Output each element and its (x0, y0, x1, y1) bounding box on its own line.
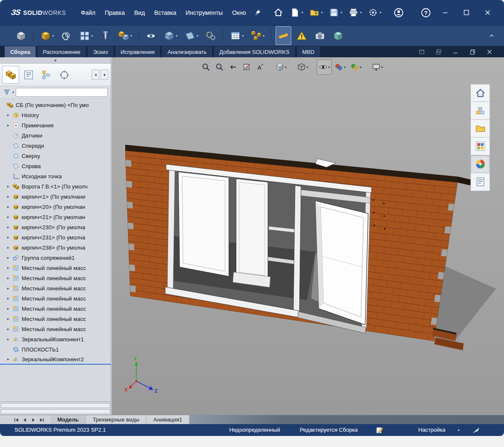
panel-tab-dimxpertmanager[interactable] (56, 66, 73, 84)
expand-caret-icon[interactable]: ▸ (7, 215, 12, 219)
new-document-button[interactable]: ▾ (290, 6, 303, 20)
tab-MBD[interactable]: MBD (296, 46, 321, 57)
expand-caret-icon[interactable]: ▸ (7, 184, 12, 188)
panel-splitter-grip[interactable] (0, 57, 111, 64)
mate-button[interactable] (59, 26, 74, 45)
window-pane-icon[interactable] (418, 48, 425, 55)
tree-item[interactable]: ▸Местный линейный масс (0, 304, 111, 314)
tree-item[interactable]: СБ (По умолчанию) <По умо (0, 100, 111, 110)
show-hidden-components-button[interactable] (143, 26, 159, 45)
move-component-button[interactable]: ▾ (116, 26, 134, 45)
measure-button[interactable] (276, 26, 291, 45)
view-palette-tab[interactable] (470, 138, 490, 155)
close-button[interactable] (477, 0, 498, 25)
edit-component-button[interactable] (13, 26, 29, 45)
menu-item-2[interactable]: Вид (130, 7, 149, 19)
tab-Добавления SOLIDWORKS[interactable]: Добавления SOLIDWORKS (214, 46, 296, 57)
user-button[interactable] (393, 6, 404, 20)
tree-item[interactable]: ▸кирпич<238> (По умолча (0, 242, 111, 253)
expand-caret-icon[interactable]: ▸ (7, 357, 12, 361)
window-cascade-icon[interactable] (435, 48, 442, 55)
zoom-to-fit-button[interactable] (200, 59, 212, 75)
menu-item-0[interactable]: Файл (76, 7, 100, 19)
section-view-button[interactable] (240, 59, 253, 75)
help-button[interactable]: ? (420, 6, 431, 20)
expand-caret-icon[interactable]: ▸ (7, 113, 12, 117)
dynamic-annotation-views-button[interactable]: A (254, 59, 267, 75)
pin-menu-button[interactable] (253, 7, 262, 18)
doc-close-icon[interactable] (486, 48, 493, 55)
tab-Сборка[interactable]: Сборка (4, 46, 36, 57)
pen-tool-icon[interactable] (472, 426, 481, 434)
menu-item-1[interactable]: Правка (100, 7, 130, 19)
custom-properties-tab[interactable] (470, 173, 490, 191)
maximize-button[interactable] (456, 0, 477, 25)
smart-fasteners-button[interactable] (98, 26, 113, 45)
next-tab-button[interactable] (31, 417, 36, 422)
hide-show-items-button[interactable]: ▾ (317, 59, 332, 75)
menu-item-3[interactable]: Вставка (149, 7, 181, 19)
tree-item[interactable]: ▸кирпич<20> (По умолчан (0, 202, 111, 212)
expand-caret-icon[interactable]: ▸ (7, 337, 12, 341)
linear-component-pattern-button[interactable]: ▾ (77, 26, 95, 45)
tree-item[interactable]: ПЛОСКОСТЬ1 (0, 344, 111, 354)
expand-caret-icon[interactable]: ▸ (7, 286, 12, 290)
expand-caret-icon[interactable]: ▸ (7, 205, 12, 209)
horizontal-scrollbar[interactable] (1, 409, 110, 414)
open-button[interactable]: ▾ (309, 6, 323, 20)
panel-tab-propertymanager[interactable] (20, 66, 37, 84)
first-tab-button[interactable] (14, 417, 19, 422)
document-tab-0[interactable]: Модель (51, 415, 86, 424)
tree-item[interactable]: ▸Местный линейный масс (0, 283, 111, 293)
view-orientation-button[interactable]: ▾ (273, 59, 288, 75)
solidworks-resources-tab[interactable] (470, 84, 490, 102)
document-tab-2[interactable]: Анимация1 (146, 415, 189, 424)
home-button[interactable] (273, 6, 284, 20)
tree-item[interactable]: Датчики (0, 130, 111, 141)
expand-caret-icon[interactable]: ▸ (7, 296, 12, 301)
tree-item[interactable]: ▸Группа сопряжений1 (0, 253, 111, 263)
tree-filter-input[interactable] (16, 88, 108, 97)
apply-scene-button[interactable]: ▾ (348, 59, 363, 75)
expand-caret-icon[interactable]: ▸ (7, 235, 12, 239)
tree-item[interactable]: ▸Местный линейный масс (0, 263, 111, 273)
tree-item[interactable]: ▸Местный линейный масс (0, 293, 111, 304)
appearances-scenes-tab[interactable] (470, 155, 490, 173)
file-explorer-tab[interactable] (470, 120, 490, 138)
take-snapshot-button[interactable] (312, 26, 328, 45)
tree-item[interactable]: ▸ЗеркальныйКомпонент1 (0, 334, 111, 344)
insert-components-button[interactable]: ▾ (38, 26, 56, 45)
tree-item[interactable]: ▸кирпич<230> (По умолча (0, 222, 111, 232)
isolate-button[interactable] (330, 26, 346, 45)
expand-caret-icon[interactable]: ▸ (7, 306, 12, 311)
tab-Эскиз[interactable]: Эскиз (87, 46, 114, 57)
assembly-features-button[interactable]: ▾ (161, 26, 180, 45)
tree-item[interactable]: Спереди (0, 141, 111, 151)
interference-detection-button[interactable] (294, 26, 310, 45)
tree-item[interactable]: ▸Ворота Г.В.<1> (По умолч (0, 181, 111, 191)
tree-item[interactable]: ▸кирпич<1> (По умолчани (0, 191, 111, 202)
tree-item[interactable]: Исходная точка (0, 171, 111, 181)
doc-minimize-icon[interactable] (452, 48, 459, 55)
tree-item[interactable]: ▸Местный линейный масс (0, 273, 111, 283)
bill-of-materials-button[interactable]: ▾ (228, 26, 246, 45)
menu-item-5[interactable]: Окно (228, 7, 251, 19)
horizontal-scrollbar[interactable] (1, 403, 110, 408)
tree-item[interactable]: ▸кирпич<231> (По умолча (0, 232, 111, 242)
edit-appearance-button[interactable]: ▾ (332, 59, 347, 75)
customize-caret-icon[interactable]: ▴ (458, 427, 460, 432)
tree-item[interactable]: Сверху (0, 151, 111, 161)
display-style-button[interactable]: ▾ (295, 59, 310, 75)
panel-nav-left-button[interactable] (92, 70, 99, 80)
edit-sketch-icon[interactable] (375, 426, 384, 434)
tree-item[interactable]: ▸Местный линейный масс (0, 314, 111, 324)
expand-caret-icon[interactable]: ▸ (7, 266, 12, 270)
zoom-to-area-button[interactable] (213, 59, 226, 75)
tab-Исправление[interactable]: Исправление (115, 46, 160, 57)
tree-item[interactable]: ▸Местный линейный масс (0, 324, 111, 334)
tree-item[interactable]: ▸кирпич<21> (По умолчан (0, 212, 111, 222)
new-motion-study-button[interactable] (203, 26, 219, 45)
save-button[interactable]: ▾ (329, 6, 342, 20)
expand-caret-icon[interactable]: ▸ (7, 327, 12, 331)
minimize-button[interactable] (434, 0, 456, 25)
